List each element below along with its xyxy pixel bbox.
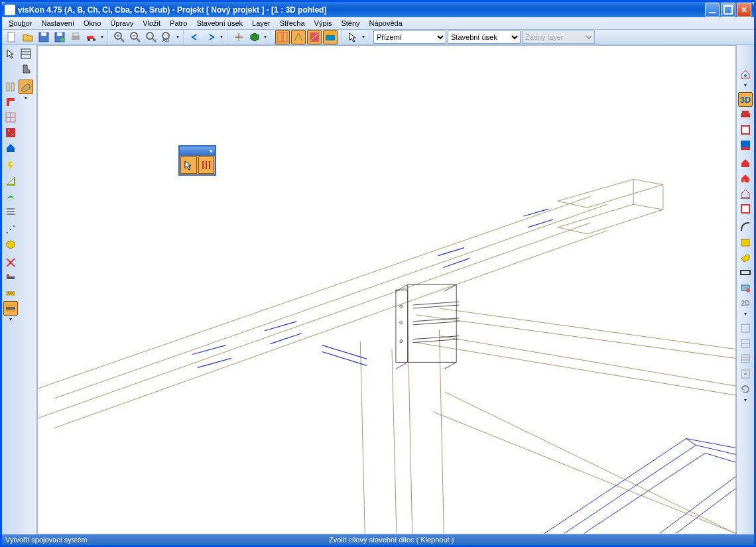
dropdown-icon[interactable]: ▾ (738, 311, 753, 318)
menu-soubor[interactable]: Soubor (5, 18, 36, 29)
leaf-tool[interactable] (3, 189, 18, 204)
home-view-tool[interactable] (738, 67, 753, 82)
columns-tool[interactable] (3, 80, 18, 94)
tool-layer-3[interactable] (738, 351, 753, 366)
redo-button[interactable] (204, 30, 218, 44)
boot-tool[interactable] (19, 62, 33, 76)
tool-refresh[interactable] (738, 382, 753, 396)
current-tool[interactable] (3, 301, 18, 316)
blank-tool[interactable] (3, 62, 18, 76)
new-button[interactable] (5, 30, 19, 44)
menu-patro[interactable]: Patro (166, 18, 191, 29)
view-mode-2[interactable] (291, 30, 306, 44)
open-button[interactable] (21, 30, 35, 44)
save-button[interactable] (36, 30, 51, 44)
tool-layer-2[interactable] (738, 336, 753, 351)
svg-line-93 (544, 439, 686, 534)
bolt-tool[interactable] (3, 158, 18, 173)
menu-vypis[interactable]: Výpis (310, 18, 336, 29)
cursor-button[interactable] (346, 30, 360, 44)
floating-palette[interactable] (178, 145, 216, 176)
tool-house-red2[interactable] (738, 171, 753, 186)
menu-layer[interactable]: Layer (248, 18, 275, 29)
beam-tool[interactable] (19, 80, 33, 94)
tool-arc[interactable] (738, 219, 753, 234)
tool-2[interactable] (3, 271, 18, 285)
menu-strecha[interactable]: Střecha (276, 18, 309, 29)
svg-line-19 (153, 38, 156, 42)
tool-house-outline[interactable] (738, 186, 753, 201)
3d-view-button[interactable]: 3D (738, 92, 753, 107)
palette-cursor-button[interactable] (180, 156, 197, 174)
dropdown-icon[interactable]: ▾ (19, 95, 33, 101)
svg-point-40 (12, 134, 13, 135)
truck-button[interactable] (84, 30, 99, 44)
view-mode-3[interactable] (307, 30, 322, 44)
tool-frame-red[interactable] (738, 202, 753, 216)
maximize-button[interactable] (721, 3, 735, 17)
dropdown-icon[interactable]: ▾ (738, 397, 753, 404)
undo-button[interactable] (188, 30, 202, 44)
cursor-tool[interactable] (3, 46, 18, 61)
tool-yellow-beam[interactable] (738, 250, 753, 265)
zoom-in-button[interactable] (112, 30, 127, 44)
dropdown-icon[interactable]: ▾ (3, 316, 18, 323)
view-mode-1[interactable] (275, 30, 290, 44)
zoom-alpha-button[interactable]: AΩ (160, 30, 174, 44)
save-as-button[interactable] (52, 30, 67, 44)
menu-upravy[interactable]: Úpravy (106, 18, 137, 29)
angle-tool[interactable] (3, 174, 18, 188)
minimize-button[interactable] (705, 3, 720, 17)
tool-house-red[interactable] (738, 156, 753, 170)
tool-layer-1[interactable] (738, 321, 753, 335)
tool-r3[interactable] (738, 138, 753, 152)
menu-vlozit[interactable]: Vložit (139, 18, 164, 29)
menu-steny[interactable]: Stěny (337, 18, 363, 29)
print-button[interactable] (68, 30, 83, 44)
svg-line-91 (444, 392, 735, 533)
close-button[interactable]: ✕ (737, 3, 751, 17)
cross-tool[interactable] (3, 255, 18, 270)
menu-napoveda[interactable]: Nápověda (365, 18, 407, 29)
tool-rect[interactable] (738, 265, 753, 280)
menu-nastaveni[interactable]: Nastavení (38, 18, 79, 29)
tool-r1[interactable] (738, 107, 753, 122)
menu-okno[interactable]: Okno (80, 18, 105, 29)
dropdown-icon[interactable]: ▾ (100, 34, 104, 40)
dots-tool[interactable] (3, 222, 18, 237)
palette-header[interactable] (180, 147, 215, 156)
measure-tool[interactable] (3, 286, 18, 300)
zoom-out-button[interactable] (128, 30, 143, 44)
menu-stavebni-usek[interactable]: Stavební úsek (192, 18, 247, 29)
dropdown-icon[interactable]: ▾ (361, 34, 365, 40)
axis-button[interactable] (231, 30, 246, 44)
svg-line-73 (192, 345, 226, 355)
tool-r2[interactable] (738, 123, 753, 137)
lines-tool[interactable] (3, 204, 18, 219)
separator (737, 90, 754, 91)
dropdown-icon[interactable]: ▾ (176, 34, 180, 40)
dropdown-icon[interactable]: ▾ (738, 82, 753, 89)
dropdown-icon[interactable]: ▾ (263, 34, 267, 40)
cube-button[interactable] (247, 30, 262, 44)
house-tool[interactable] (3, 141, 18, 155)
palette-lines-button[interactable] (198, 156, 215, 174)
floor-combo[interactable]: Přízemí (373, 30, 446, 44)
zoom-fit-button[interactable] (144, 30, 158, 44)
tool-layer-4[interactable] (738, 367, 753, 381)
box-tool[interactable] (3, 237, 18, 252)
status-center: Zvolit cílový stavební dílec ( Klepnout … (329, 536, 454, 544)
view-mode-4[interactable] (323, 30, 338, 44)
svg-line-88 (439, 330, 444, 534)
tool-2d[interactable]: 2D (738, 296, 753, 310)
dropdown-icon[interactable]: ▾ (220, 34, 223, 40)
red-angle-tool[interactable] (3, 95, 18, 109)
tool-detail[interactable] (738, 280, 753, 295)
3d-viewport[interactable] (37, 45, 736, 534)
pattern-tool[interactable] (3, 125, 18, 140)
hatch-tool[interactable] (19, 46, 33, 61)
grid-tool[interactable] (3, 110, 18, 125)
svg-line-107 (413, 322, 459, 325)
section-combo[interactable]: Stavební úsek (448, 30, 521, 44)
tool-yellow-box[interactable] (738, 235, 753, 249)
